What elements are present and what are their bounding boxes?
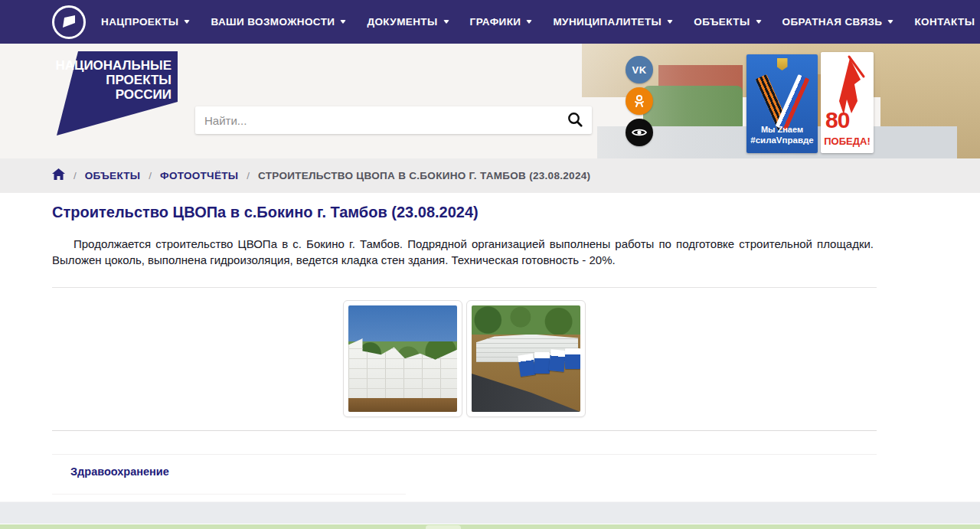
nav-item-dokumenty[interactable]: ДОКУМЕНТЫ (367, 16, 449, 28)
construction-site-photo-thumbnail[interactable] (466, 300, 586, 417)
divider (52, 494, 406, 495)
page-title: Строительство ЦВОПа в с.Бокино г. Тамбов… (52, 204, 479, 221)
chevron-down-icon (340, 20, 346, 24)
nav-item-kontakty[interactable]: КОНТАКТЫ (914, 16, 975, 28)
nav-item-natsproekty[interactable]: НАЦПРОЕКТЫ (101, 16, 190, 28)
breadcrumb-photoreports-link[interactable]: ФОТООТЧЁТЫ (160, 170, 238, 181)
tricolor-ribbon (776, 74, 810, 131)
chevron-down-icon (667, 20, 673, 24)
svg-text:НАЦИОНАЛЬНЫЕ: НАЦИОНАЛЬНЫЕ (55, 58, 172, 73)
top-navigation: НАЦПРОЕКТЫ ВАШИ ВОЗМОЖНОСТИ ДОКУМЕНТЫ ГР… (0, 0, 980, 44)
svg-text:РОССИИ: РОССИИ (116, 87, 172, 102)
nav-item-munitsipalitety[interactable]: МУНИЦИПАЛИТЕТЫ (553, 16, 673, 28)
nav-menu: НАЦПРОЕКТЫ ВАШИ ВОЗМОЖНОСТИ ДОКУМЕНТЫ ГР… (101, 16, 980, 28)
home-icon[interactable] (52, 168, 65, 183)
breadcrumb-objects-link[interactable]: ОБЪЕКТЫ (85, 170, 141, 181)
chevron-down-icon (526, 20, 532, 24)
banner-pobeda-number: 80 (825, 107, 849, 133)
social-links: VK (626, 56, 653, 146)
search-bar (195, 106, 592, 134)
coat-of-arms-icon (777, 58, 788, 70)
banner-80-pobeda[interactable]: 80 ПОБЕДА! (821, 52, 874, 153)
divider (52, 454, 877, 455)
footer-spacer (0, 501, 980, 524)
breadcrumb: / ОБЪЕКТЫ / ФОТООТЧЁТЫ / СТРОИТЕЛЬСТВО Ц… (0, 158, 980, 193)
footer-tab (426, 525, 461, 529)
banner-znaem-line1: Мы Zнаем (746, 124, 818, 136)
natsproekty-logo-icon[interactable] (52, 5, 86, 39)
nav-item-grafiki[interactable]: ГРАФИКИ (470, 16, 533, 28)
divider (52, 287, 877, 288)
search-icon (567, 111, 583, 130)
odnoklassniki-icon[interactable] (626, 87, 653, 115)
breadcrumb-current-page: СТРОИТЕЛЬСТВО ЦВОПА В С.БОКИНО Г. ТАМБОВ… (258, 170, 590, 181)
banner-znaem-line2: #силаVправде (746, 135, 818, 147)
national-projects-logo[interactable]: НАЦИОНАЛЬНЫЕ ПРОЕКТЫ РОССИИ (55, 50, 179, 140)
chevron-down-icon (756, 20, 762, 24)
tag-healthcare-link[interactable]: Здравоохранение (70, 465, 169, 478)
construction-wall-photo (348, 305, 457, 412)
svg-text:ПРОЕКТЫ: ПРОЕКТЫ (106, 73, 172, 87)
chevron-down-icon (443, 20, 449, 24)
vk-icon[interactable]: VK (626, 56, 653, 83)
divider (52, 430, 877, 431)
banner-sila-v-pravde[interactable]: Мы Zнаем #силаVправде (746, 54, 818, 153)
site-header: НАЦИОНАЛЬНЫЕ ПРОЕКТЫ РОССИИ ТАМБОВСКАЯ О… (0, 44, 980, 158)
nav-item-obratnaya-svyaz[interactable]: ОБРАТНАЯ СВЯЗЬ (782, 16, 894, 28)
footer-top-edge (0, 524, 980, 529)
chevron-down-icon (184, 20, 190, 24)
nav-item-vashi-vozmozhnosti[interactable]: ВАШИ ВОЗМОЖНОСТИ (211, 16, 346, 28)
article: Строительство ЦВОПа в с.Бокино г. Тамбов… (0, 193, 980, 501)
accessibility-eye-icon[interactable] (626, 119, 653, 146)
banner-pobeda-label: ПОБЕДА! (821, 136, 874, 147)
search-input[interactable] (195, 106, 558, 134)
chevron-down-icon (887, 20, 893, 24)
article-body: Продолжается строительство ЦВОПа в с. Бо… (52, 236, 874, 268)
nav-item-obekty[interactable]: ОБЪЕКТЫ (694, 16, 761, 28)
construction-wall-photo-thumbnail[interactable] (343, 300, 462, 417)
search-button[interactable] (558, 106, 592, 134)
construction-site-photo (472, 305, 580, 412)
photo-gallery (343, 300, 586, 417)
